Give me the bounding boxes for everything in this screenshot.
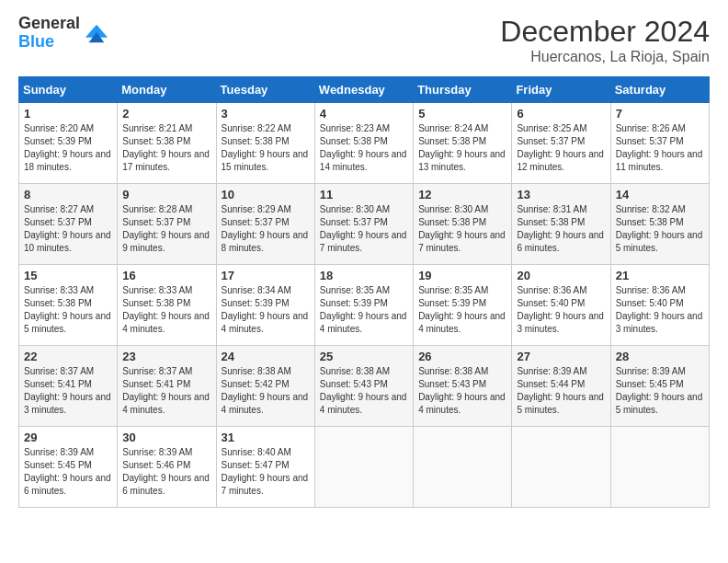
day-cell: 31 Sunrise: 8:40 AMSunset: 5:47 PMDaylig… xyxy=(216,427,314,508)
location: Huercanos, La Rioja, Spain xyxy=(500,49,710,65)
day-info: Sunrise: 8:30 AMSunset: 5:37 PMDaylight:… xyxy=(320,204,407,253)
day-cell xyxy=(414,427,512,508)
day-info: Sunrise: 8:38 AMSunset: 5:42 PMDaylight:… xyxy=(222,366,309,415)
day-info: Sunrise: 8:38 AMSunset: 5:43 PMDaylight:… xyxy=(320,366,407,415)
day-number: 9 xyxy=(122,188,210,201)
day-info: Sunrise: 8:30 AMSunset: 5:38 PMDaylight:… xyxy=(418,204,506,253)
day-cell: 23 Sunrise: 8:37 AMSunset: 5:41 PMDaylig… xyxy=(118,346,216,427)
week-row-5: 29 Sunrise: 8:39 AMSunset: 5:45 PMDaylig… xyxy=(19,427,710,508)
day-number: 17 xyxy=(222,269,310,282)
day-info: Sunrise: 8:26 AMSunset: 5:37 PMDaylight:… xyxy=(616,123,703,172)
day-info: Sunrise: 8:33 AMSunset: 5:38 PMDaylight:… xyxy=(122,285,210,334)
day-cell: 3 Sunrise: 8:22 AMSunset: 5:38 PMDayligh… xyxy=(216,103,314,184)
day-info: Sunrise: 8:39 AMSunset: 5:45 PMDaylight:… xyxy=(616,366,703,415)
month-title: December 2024 xyxy=(500,15,710,49)
day-number: 21 xyxy=(616,269,704,282)
day-number: 22 xyxy=(24,350,112,363)
day-cell: 30 Sunrise: 8:39 AMSunset: 5:46 PMDaylig… xyxy=(118,427,216,508)
day-info: Sunrise: 8:28 AMSunset: 5:37 PMDaylight:… xyxy=(122,204,210,253)
day-number: 19 xyxy=(418,269,506,282)
col-thursday: Thursday xyxy=(414,77,512,103)
day-cell: 24 Sunrise: 8:38 AMSunset: 5:42 PMDaylig… xyxy=(216,346,314,427)
day-info: Sunrise: 8:39 AMSunset: 5:45 PMDaylight:… xyxy=(24,447,111,496)
calendar: Sunday Monday Tuesday Wednesday Thursday… xyxy=(18,76,710,508)
day-cell: 5 Sunrise: 8:24 AMSunset: 5:38 PMDayligh… xyxy=(414,103,512,184)
day-cell: 14 Sunrise: 8:32 AMSunset: 5:38 PMDaylig… xyxy=(610,184,709,265)
day-number: 10 xyxy=(222,188,310,201)
day-info: Sunrise: 8:38 AMSunset: 5:43 PMDaylight:… xyxy=(418,366,506,415)
day-number: 7 xyxy=(616,107,704,121)
day-number: 6 xyxy=(517,107,605,121)
day-cell: 9 Sunrise: 8:28 AMSunset: 5:37 PMDayligh… xyxy=(118,184,216,265)
day-cell: 2 Sunrise: 8:21 AMSunset: 5:38 PMDayligh… xyxy=(118,103,216,184)
day-cell: 11 Sunrise: 8:30 AMSunset: 5:37 PMDaylig… xyxy=(314,184,413,265)
col-tuesday: Tuesday xyxy=(216,77,314,103)
day-number: 2 xyxy=(122,107,210,121)
day-number: 27 xyxy=(517,350,605,363)
day-info: Sunrise: 8:22 AMSunset: 5:38 PMDaylight:… xyxy=(222,123,309,172)
day-cell: 10 Sunrise: 8:29 AMSunset: 5:37 PMDaylig… xyxy=(216,184,314,265)
day-number: 15 xyxy=(24,269,112,282)
week-row-1: 1 Sunrise: 8:20 AMSunset: 5:39 PMDayligh… xyxy=(19,103,710,184)
day-cell: 21 Sunrise: 8:36 AMSunset: 5:40 PMDaylig… xyxy=(610,265,709,346)
day-cell xyxy=(314,427,413,508)
day-number: 30 xyxy=(122,431,210,444)
day-cell: 16 Sunrise: 8:33 AMSunset: 5:38 PMDaylig… xyxy=(118,265,216,346)
logo-icon xyxy=(84,20,109,46)
day-info: Sunrise: 8:37 AMSunset: 5:41 PMDaylight:… xyxy=(122,366,210,415)
day-info: Sunrise: 8:23 AMSunset: 5:38 PMDaylight:… xyxy=(320,123,407,172)
col-sunday: Sunday xyxy=(19,77,118,103)
day-info: Sunrise: 8:29 AMSunset: 5:37 PMDaylight:… xyxy=(222,204,309,253)
day-number: 16 xyxy=(122,269,210,282)
day-info: Sunrise: 8:40 AMSunset: 5:47 PMDaylight:… xyxy=(222,447,309,496)
day-number: 24 xyxy=(222,350,310,363)
day-info: Sunrise: 8:39 AMSunset: 5:44 PMDaylight:… xyxy=(517,366,604,415)
day-cell: 17 Sunrise: 8:34 AMSunset: 5:39 PMDaylig… xyxy=(216,265,314,346)
day-cell xyxy=(610,427,709,508)
page: General Blue December 2024 Huercanos, La… xyxy=(0,0,728,563)
day-cell: 20 Sunrise: 8:36 AMSunset: 5:40 PMDaylig… xyxy=(512,265,610,346)
day-cell: 29 Sunrise: 8:39 AMSunset: 5:45 PMDaylig… xyxy=(19,427,118,508)
day-number: 20 xyxy=(517,269,605,282)
day-cell: 28 Sunrise: 8:39 AMSunset: 5:45 PMDaylig… xyxy=(610,346,709,427)
day-number: 14 xyxy=(616,188,704,201)
day-number: 11 xyxy=(320,188,408,201)
day-cell: 18 Sunrise: 8:35 AMSunset: 5:39 PMDaylig… xyxy=(314,265,413,346)
title-block: December 2024 Huercanos, La Rioja, Spain xyxy=(500,15,710,65)
day-info: Sunrise: 8:21 AMSunset: 5:38 PMDaylight:… xyxy=(122,123,210,172)
day-info: Sunrise: 8:27 AMSunset: 5:37 PMDaylight:… xyxy=(24,204,111,253)
col-friday: Friday xyxy=(512,77,610,103)
day-cell: 27 Sunrise: 8:39 AMSunset: 5:44 PMDaylig… xyxy=(512,346,610,427)
day-number: 8 xyxy=(24,188,112,201)
day-info: Sunrise: 8:35 AMSunset: 5:39 PMDaylight:… xyxy=(418,285,506,334)
day-info: Sunrise: 8:25 AMSunset: 5:37 PMDaylight:… xyxy=(517,123,604,172)
day-number: 23 xyxy=(122,350,210,363)
header: General Blue December 2024 Huercanos, La… xyxy=(18,15,710,65)
day-number: 25 xyxy=(320,350,408,363)
day-number: 29 xyxy=(24,431,112,444)
day-info: Sunrise: 8:32 AMSunset: 5:38 PMDaylight:… xyxy=(616,204,703,253)
day-number: 18 xyxy=(320,269,408,282)
day-cell: 1 Sunrise: 8:20 AMSunset: 5:39 PMDayligh… xyxy=(19,103,118,184)
day-info: Sunrise: 8:34 AMSunset: 5:39 PMDaylight:… xyxy=(222,285,309,334)
day-number: 5 xyxy=(418,107,506,121)
header-row: Sunday Monday Tuesday Wednesday Thursday… xyxy=(19,77,710,103)
day-info: Sunrise: 8:35 AMSunset: 5:39 PMDaylight:… xyxy=(320,285,407,334)
day-number: 12 xyxy=(418,188,506,201)
day-info: Sunrise: 8:20 AMSunset: 5:39 PMDaylight:… xyxy=(24,123,111,172)
col-wednesday: Wednesday xyxy=(314,77,413,103)
day-info: Sunrise: 8:24 AMSunset: 5:38 PMDaylight:… xyxy=(418,123,506,172)
day-number: 3 xyxy=(222,107,310,121)
week-row-2: 8 Sunrise: 8:27 AMSunset: 5:37 PMDayligh… xyxy=(19,184,710,265)
day-number: 13 xyxy=(517,188,605,201)
day-number: 4 xyxy=(320,107,408,121)
day-info: Sunrise: 8:31 AMSunset: 5:38 PMDaylight:… xyxy=(517,204,604,253)
day-cell: 6 Sunrise: 8:25 AMSunset: 5:37 PMDayligh… xyxy=(512,103,610,184)
day-cell: 12 Sunrise: 8:30 AMSunset: 5:38 PMDaylig… xyxy=(414,184,512,265)
day-number: 26 xyxy=(418,350,506,363)
day-cell: 15 Sunrise: 8:33 AMSunset: 5:38 PMDaylig… xyxy=(19,265,118,346)
day-cell: 8 Sunrise: 8:27 AMSunset: 5:37 PMDayligh… xyxy=(19,184,118,265)
day-cell: 26 Sunrise: 8:38 AMSunset: 5:43 PMDaylig… xyxy=(414,346,512,427)
calendar-body: 1 Sunrise: 8:20 AMSunset: 5:39 PMDayligh… xyxy=(19,103,710,508)
day-info: Sunrise: 8:36 AMSunset: 5:40 PMDaylight:… xyxy=(517,285,604,334)
